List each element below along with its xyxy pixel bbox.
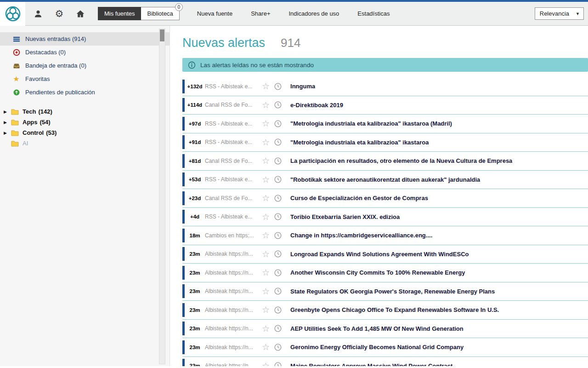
- user-icon[interactable]: [33, 8, 44, 19]
- alert-title[interactable]: e-Direktiboak 2019: [290, 102, 343, 109]
- clock-icon[interactable]: [274, 157, 282, 165]
- sidebar-folder[interactable]: ▶ Tech (142): [0, 106, 170, 117]
- alert-title[interactable]: Toribio Etxebarria Sarien XXIX. edizioa: [290, 213, 400, 220]
- alert-row[interactable]: 23m Albisteak https://n... ☆ Maine Regul…: [182, 357, 588, 367]
- alert-title[interactable]: Innguma: [290, 83, 315, 90]
- clock-icon[interactable]: [274, 287, 282, 295]
- clock-icon[interactable]: [274, 82, 282, 91]
- clock-icon[interactable]: [274, 213, 282, 221]
- menu-item-estadisticas[interactable]: Estadísticas: [357, 10, 390, 17]
- star-toggle-icon[interactable]: ☆: [262, 305, 270, 314]
- star-toggle-icon[interactable]: ☆: [262, 268, 270, 277]
- alert-title[interactable]: "Robotikak sektore aeronautikorentzat di…: [290, 176, 480, 183]
- clock-icon[interactable]: [274, 231, 282, 240]
- menu-item-nueva-fuente[interactable]: Nueva fuente: [197, 10, 232, 17]
- alert-row[interactable]: +53d RSS - Albisteak e... ☆ "Robotikak s…: [182, 171, 588, 190]
- sidebar-item-pendientes[interactable]: Pendientes de publicación: [0, 86, 170, 99]
- clock-icon[interactable]: [274, 362, 282, 366]
- alert-row[interactable]: +97d RSS - Albisteak e... ☆ "Metrologia …: [182, 115, 588, 133]
- sidebar-item-nuevas-entradas[interactable]: Nuevas entradas (914): [0, 32, 170, 46]
- clock-icon[interactable]: [274, 138, 282, 146]
- alert-row[interactable]: +81d Canal RSS de Fo... ☆ La participaci…: [182, 152, 588, 171]
- alert-title[interactable]: Greenbyte Opens Chicago Office To Expand…: [290, 306, 499, 313]
- clock-icon[interactable]: [274, 306, 282, 314]
- star-toggle-icon[interactable]: ☆: [262, 119, 270, 128]
- menu-item-indicadores[interactable]: Indicadores de uso: [289, 10, 339, 17]
- alert-row[interactable]: 18m Cambios en https:... ☆ Change in htt…: [182, 226, 588, 245]
- alert-row[interactable]: 23m Albisteak https://n... ☆ Another Wis…: [182, 264, 588, 282]
- home-icon[interactable]: [75, 8, 86, 19]
- alert-row[interactable]: 23m Albisteak https://n... ☆ Longroad Ex…: [182, 245, 588, 264]
- clock-icon[interactable]: [274, 324, 282, 333]
- alert-row[interactable]: +91d RSS - Albisteak e... ☆ "Metrologia …: [182, 133, 588, 152]
- menu-item-share[interactable]: Share+: [251, 10, 270, 17]
- expand-arrow-icon[interactable]: ▶: [4, 120, 10, 125]
- alert-title[interactable]: State Regulators OK Georgia Power's Stor…: [290, 288, 495, 295]
- folder-tree: ▶ Tech (142) ▶ Apps (54) ▶ Control (53) …: [0, 106, 170, 149]
- star-toggle-icon[interactable]: ☆: [262, 82, 270, 91]
- sidebar-item-bandeja[interactable]: Bandeja de entrada (0): [0, 59, 170, 72]
- alert-title[interactable]: Curso de Especialización en Gestor de Co…: [290, 195, 428, 201]
- clock-icon[interactable]: [274, 343, 282, 351]
- expand-arrow-icon[interactable]: ▶: [4, 131, 10, 135]
- clock-icon[interactable]: [274, 250, 282, 258]
- alert-row[interactable]: +114d Canal RSS de Fo... ☆ e-Direktiboak…: [182, 96, 588, 115]
- sidebar-item-favoritas[interactable]: ★ Favoritas: [0, 72, 170, 86]
- alert-source: RSS - Albisteak e...: [205, 213, 259, 220]
- settings-gear-icon[interactable]: ⚙: [54, 8, 65, 19]
- clock-icon[interactable]: [274, 269, 282, 277]
- biblioteca-badge: 0: [175, 3, 183, 11]
- star-toggle-icon[interactable]: ☆: [262, 194, 270, 202]
- star-toggle-icon[interactable]: ☆: [262, 324, 270, 333]
- sidebar-folder[interactable]: ▶ Apps (54): [0, 117, 170, 127]
- star-toggle-icon[interactable]: ☆: [262, 138, 270, 147]
- alert-age: +132d: [185, 84, 205, 89]
- tab-mis-fuentes[interactable]: Mis fuentes: [98, 7, 141, 20]
- star-toggle-icon[interactable]: ☆: [262, 231, 270, 240]
- sort-dropdown[interactable]: Relevancia ▼: [535, 7, 584, 20]
- sidebar-folder[interactable]: ▶ Control (53): [0, 127, 170, 138]
- star-toggle-icon[interactable]: ☆: [262, 156, 270, 165]
- alert-row[interactable]: 23m Albisteak https://n... ☆ AEP Utiliti…: [182, 320, 588, 339]
- alert-title[interactable]: Maine Regulators Approve Massive Wind Po…: [290, 362, 452, 366]
- star-toggle-icon[interactable]: ☆: [262, 175, 270, 184]
- clock-icon[interactable]: [274, 120, 282, 128]
- alert-source: Albisteak https://n...: [205, 344, 259, 351]
- star-toggle-icon[interactable]: ☆: [262, 250, 270, 259]
- star-toggle-icon[interactable]: ☆: [262, 101, 270, 109]
- star-toggle-icon[interactable]: ☆: [262, 343, 270, 351]
- tab-biblioteca[interactable]: Biblioteca 0: [141, 7, 179, 20]
- alert-title[interactable]: AEP Utilities Seek To Add 1,485 MW Of Ne…: [290, 325, 464, 332]
- alert-title[interactable]: La participación en resultados, otro ele…: [290, 157, 512, 164]
- sidebar-item-destacadas[interactable]: Destacadas (0): [0, 46, 170, 59]
- sidebar-scrollbar[interactable]: [159, 29, 165, 364]
- expand-arrow-icon[interactable]: ▶: [4, 109, 10, 114]
- alert-row[interactable]: +132d RSS - Albisteak e... ☆ Innguma: [182, 77, 588, 96]
- alert-title[interactable]: Change in https://cambridgeserviceallian…: [290, 232, 432, 239]
- star-toggle-icon[interactable]: ☆: [262, 362, 270, 366]
- alert-row[interactable]: +23d Canal RSS de Fo... ☆ Curso de Espec…: [182, 189, 588, 208]
- alert-title[interactable]: Longroad Expands Wind Solutions Agreemen…: [290, 251, 469, 258]
- clock-icon[interactable]: [274, 101, 282, 109]
- sidebar-folder[interactable]: ▶ AI: [0, 138, 170, 149]
- app-logo[interactable]: [0, 2, 25, 26]
- alert-row[interactable]: +4d RSS - Albisteak e... ☆ Toribio Etxeb…: [182, 208, 588, 227]
- alert-row[interactable]: 23m Albisteak https://n... ☆ Greenbyte O…: [182, 301, 588, 320]
- clock-icon[interactable]: [274, 194, 282, 202]
- clock-icon[interactable]: [274, 175, 282, 184]
- folder-label: Apps: [23, 119, 38, 126]
- alert-row[interactable]: 23m Albisteak https://n... ☆ State Regul…: [182, 282, 588, 301]
- alert-title[interactable]: "Metrologia industriala eta kalibrazioa"…: [290, 139, 429, 146]
- top-toolbar: ⚙ Mis fuentes Biblioteca 0 Nueva fuente …: [0, 0, 588, 26]
- alert-source: Canal RSS de Fo...: [205, 158, 259, 164]
- sidebar-scrollbar-thumb[interactable]: [160, 29, 164, 41]
- star-toggle-icon[interactable]: ☆: [262, 213, 270, 221]
- alert-title[interactable]: Another Wisconsin City Commits To 100% R…: [290, 269, 465, 276]
- alert-title[interactable]: Geronimo Energy Officially Becomes Natio…: [290, 344, 464, 351]
- star-toggle-icon[interactable]: ☆: [262, 287, 270, 296]
- folder-count: (53): [46, 129, 57, 136]
- alert-row[interactable]: 23m Albisteak https://n... ☆ Geronimo En…: [182, 338, 588, 357]
- alert-age: 23m: [185, 270, 205, 276]
- alert-title[interactable]: "Metrologia industriala eta kalibrazioa"…: [290, 120, 452, 127]
- alert-age: +91d: [185, 139, 205, 145]
